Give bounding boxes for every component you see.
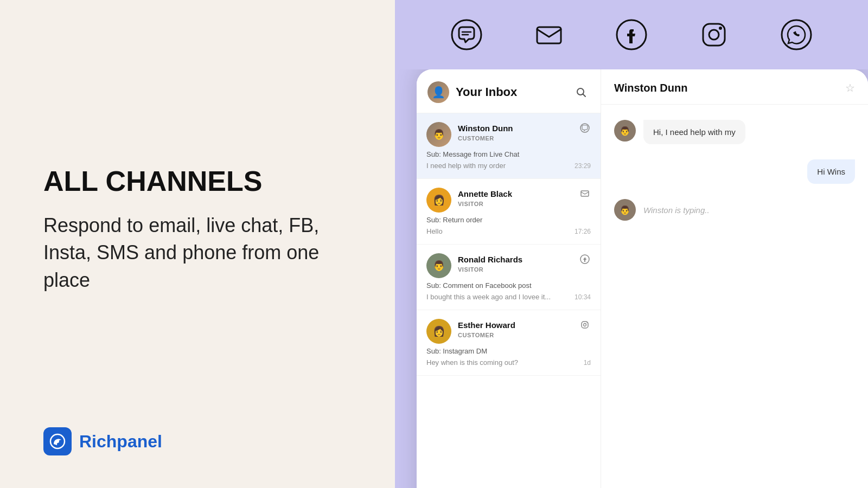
brand: Richpanel (43, 427, 352, 455)
conv-role-annette: VISITOR (458, 201, 591, 207)
conv-item-esther[interactable]: 👩 Esther Howard (417, 310, 601, 376)
conv-time-ronald: 10:34 (575, 293, 591, 301)
msg-avatar-winston: 👨 (614, 120, 636, 142)
live-chat-icon[interactable] (447, 15, 486, 54)
svg-point-9 (719, 27, 722, 30)
instagram-icon[interactable] (694, 15, 733, 54)
svg-point-8 (709, 30, 719, 40)
conv-avatar-annette: 👩 (426, 188, 451, 213)
typing-row: 👨 Winston is typing.. (614, 199, 855, 221)
left-panel: ALL CHANNELS Respond to email, live chat… (0, 0, 395, 488)
fb-channel-icon (579, 253, 591, 265)
conv-name-winston: Winston Dunn (458, 124, 513, 133)
conv-role-ronald: VISITOR (458, 266, 591, 273)
right-panel: 👤 Your Inbox 👨 (395, 0, 868, 488)
inbox-header: 👤 Your Inbox (417, 69, 601, 113)
conv-preview-ronald: I bought this a week ago and I lovee it.… (426, 293, 570, 301)
conv-item-annette[interactable]: 👩 Annette Black (417, 179, 601, 245)
conv-subject-ronald: Sub: Comment on Facebook post (426, 281, 591, 290)
svg-line-12 (583, 94, 586, 97)
conv-name-esther: Esther Howard (458, 320, 515, 330)
brand-name: Richpanel (79, 432, 162, 452)
chat-header: Winston Dunn ☆ (601, 69, 868, 105)
conv-item-ronald[interactable]: 👨 Ronald Richards (417, 245, 601, 310)
typing-indicator: Winston is typing.. (643, 206, 710, 215)
msg-row-agent: Hi Wins (614, 159, 855, 184)
inbox-title: Your Inbox (456, 85, 566, 99)
device-frame: 👤 Your Inbox 👨 (417, 69, 868, 488)
whatsapp-icon[interactable] (777, 15, 816, 54)
headline: ALL CHANNELS (43, 166, 352, 197)
search-button[interactable] (572, 84, 590, 101)
conv-subject-esther: Sub: Instagram DM (426, 347, 591, 355)
conv-role-winston: CUSTOMER (458, 135, 591, 142)
svg-rect-14 (581, 191, 589, 196)
conversation-list: 👨 Winston Dunn (417, 113, 601, 488)
conv-avatar-ronald: 👨 (426, 253, 451, 278)
conv-name-annette: Annette Black (458, 189, 512, 198)
facebook-icon[interactable] (612, 15, 651, 54)
conv-name-ronald: Ronald Richards (458, 255, 522, 264)
conv-time-winston: 23:29 (575, 162, 591, 170)
email-channel-icon (579, 188, 591, 200)
msg-bubble-agent: Hi Wins (807, 159, 855, 184)
conv-item-winston[interactable]: 👨 Winston Dunn (417, 113, 601, 179)
insta-channel-icon (579, 319, 591, 331)
conv-preview-annette: Hello (426, 227, 570, 235)
inbox-panel: 👤 Your Inbox 👨 (417, 69, 601, 488)
typing-avatar: 👨 (614, 199, 636, 221)
chat-messages: 👨 Hi, I need help with my Hi Wins (601, 105, 868, 488)
subtext: Respond to email, live chat, FB, Insta, … (43, 212, 347, 294)
msg-bubble-incoming: Hi, I need help with my (643, 120, 745, 144)
conv-preview-esther: Hey when is this coming out? (426, 358, 579, 367)
conv-time-esther: 1d (584, 359, 591, 367)
left-content: ALL CHANNELS Respond to email, live chat… (43, 33, 352, 427)
device-area: 👤 Your Inbox 👨 (395, 69, 868, 488)
conv-role-esther: CUSTOMER (458, 332, 591, 338)
conv-time-annette: 17:26 (575, 228, 591, 235)
brand-logo (43, 427, 72, 455)
inbox-header-avatar: 👤 (427, 81, 449, 103)
conv-subject-annette: Sub: Return order (426, 216, 591, 224)
conv-info-winston: Winston Dunn CUSTOMER (458, 122, 591, 142)
conv-info-annette: Annette Black VISITOR (458, 188, 591, 207)
chat-panel: Winston Dunn ☆ 👨 Hi, I need help with my (601, 69, 868, 488)
conv-subject-winston: Sub: Message from Live Chat (426, 150, 591, 158)
email-icon[interactable] (529, 15, 569, 54)
conv-avatar-winston: 👨 (426, 122, 451, 147)
svg-rect-5 (537, 27, 561, 43)
conv-preview-winston: I need help with my order (426, 162, 570, 170)
svg-point-1 (56, 440, 59, 443)
star-icon[interactable]: ☆ (845, 81, 855, 94)
conv-info-esther: Esther Howard CUST (458, 319, 591, 338)
svg-point-18 (586, 322, 588, 323)
conv-info-ronald: Ronald Richards VISITOR (458, 253, 591, 273)
chat-contact-name: Winston Dunn (614, 82, 839, 94)
conv-avatar-esther: 👩 (426, 319, 451, 344)
chat-channel-icon (579, 122, 591, 134)
icons-bar (395, 0, 868, 69)
msg-row-incoming: 👨 Hi, I need help with my (614, 120, 855, 144)
svg-point-17 (584, 324, 586, 326)
